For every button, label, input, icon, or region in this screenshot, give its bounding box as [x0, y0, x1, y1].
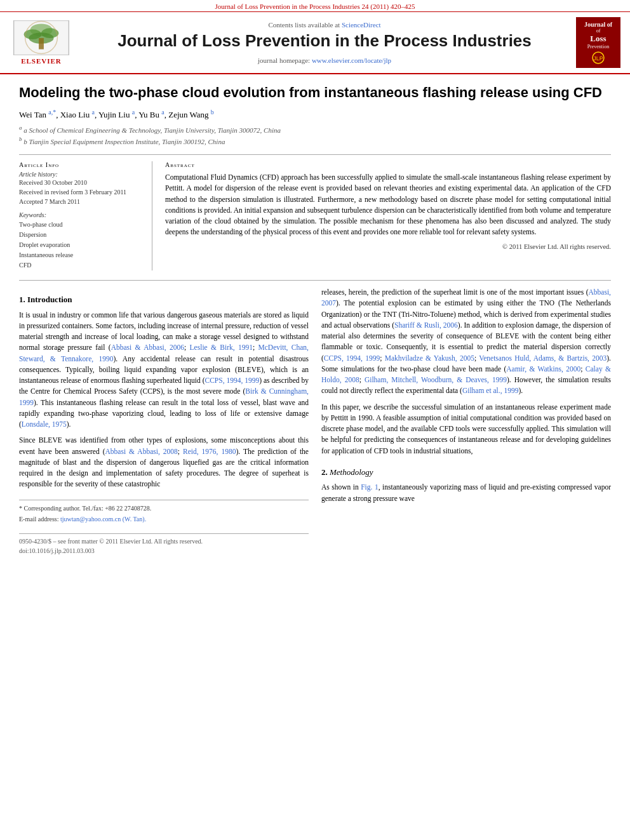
- footnote-email-line: E-mail address: tjuwtan@yahoo.com.cn (W.…: [19, 514, 309, 524]
- bottom-issn-area: 0950-4230/$ – see front matter © 2011 El…: [19, 533, 309, 556]
- ref-ccps-1994[interactable]: CCPS, 1994, 1999: [205, 377, 260, 384]
- affiliation-a: a a School of Chemical Engineering & Tec…: [19, 124, 611, 135]
- ref-leslie-1991[interactable]: Leslie & Birk, 1991: [190, 343, 253, 351]
- divider-1: [19, 154, 611, 155]
- feasible-word: feasible: [383, 414, 406, 422]
- journal-top-bar: Journal of Loss Prevention in the Proces…: [0, 0, 630, 12]
- info-abstract-layout: Article Info Article history: Received 3…: [19, 161, 611, 270]
- body-right-column: releases, herein, the prediction of the …: [321, 287, 611, 556]
- keyword-2: Dispersion: [19, 230, 142, 240]
- elsevier-art-logo: [13, 20, 69, 55]
- logo-line1: Journal of: [584, 21, 612, 28]
- footnote-area: * Corresponding author. Tel./fax: +86 22…: [19, 500, 309, 524]
- logo-line2: Loss: [590, 34, 606, 44]
- section2-number: 2.: [321, 467, 328, 477]
- journal-header: ELSEVIER Contents lists available at Sci…: [0, 12, 630, 74]
- ref-gilham-1999-2[interactable]: Gilham et al., 1999: [462, 387, 518, 394]
- science-direct-line: Contents lists available at ScienceDirec…: [83, 21, 566, 29]
- elsevier-brand-text: ELSEVIER: [21, 57, 62, 65]
- abstract-title: Abstract: [165, 161, 611, 168]
- logo-line3: Prevention: [587, 44, 610, 50]
- keywords-label: Keywords:: [19, 211, 142, 218]
- affiliation-b: b b Tianjin Special Equipment Inspection…: [19, 135, 611, 147]
- divider-2: [19, 280, 611, 281]
- body-para-2: Since BLEVE was identified from other ty…: [19, 435, 309, 490]
- right-para-2: In this paper, we describe the successfu…: [321, 402, 611, 457]
- ref-makhviladze-2005[interactable]: Makhviladze & Yakush, 2005: [385, 354, 474, 362]
- ref-abbasi-2008[interactable]: Abbasi & Abbasi, 2008: [105, 448, 178, 455]
- keywords-list: Two-phase cloud Dispersion Droplet evapo…: [19, 220, 142, 270]
- section1-title: Introduction: [27, 295, 72, 304]
- keyword-4: Instantaneous release: [19, 250, 142, 260]
- body-two-col-layout: 1. Introduction It is usual in industry …: [19, 287, 611, 556]
- main-content: Modeling the two-phase cloud evolution f…: [0, 74, 630, 568]
- journal-title-area: Contents lists available at ScienceDirec…: [83, 17, 566, 68]
- contents-label: Contents lists available at: [268, 21, 340, 29]
- svg-text:JLP: JLP: [593, 55, 603, 62]
- copyright-line: © 2011 Elsevier Ltd. All rights reserved…: [165, 243, 611, 250]
- ref-aamir-2000[interactable]: Aamir, & Watkins, 2000: [506, 365, 580, 373]
- journal-homepage-line: journal homepage: www.elsevier.com/locat…: [83, 57, 566, 64]
- affiliations: a a School of Chemical Engineering & Tec…: [19, 124, 611, 147]
- doi-line: doi:10.1016/j.jlp.2011.03.003: [19, 546, 309, 556]
- homepage-url[interactable]: www.elsevier.com/locate/jlp: [312, 57, 391, 64]
- ref-birk-1999[interactable]: Birk & Cunningham, 1999: [19, 387, 309, 406]
- keyword-1: Two-phase cloud: [19, 220, 142, 230]
- section1-number: 1.: [19, 295, 25, 304]
- issn-line: 0950-4230/$ – see front matter © 2011 El…: [19, 537, 309, 546]
- footnote-corresponding: * Corresponding author. Tel./fax: +86 22…: [19, 503, 309, 513]
- loss-prevention-logo: Journal of of Loss Prevention JLP: [576, 17, 620, 68]
- section1-heading: 1. Introduction: [19, 293, 309, 306]
- ref-venetsanos-2003[interactable]: Venetsanos Huld, Adams, & Bartzis, 2003: [479, 354, 607, 362]
- article-info-title: Article Info: [19, 161, 142, 168]
- svg-rect-5: [39, 38, 44, 50]
- science-direct-link[interactable]: ScienceDirect: [342, 21, 381, 29]
- abstract-text: Computational Fluid Dynamics (CFD) appro…: [165, 172, 611, 238]
- received-date: Received 30 October 2010: [19, 179, 142, 186]
- ref-abbasi-2006[interactable]: Abbasi & Abbasi, 2006: [111, 343, 184, 351]
- section2-heading: 2. Methodology: [321, 466, 611, 479]
- ref-abbasi-2007[interactable]: Abbasi, 2007: [321, 288, 611, 307]
- journal-title: Journal of Loss Prevention in the Proces…: [83, 31, 566, 51]
- ref-lonsdale-1975[interactable]: Lonsdale, 1975: [22, 420, 67, 428]
- email-label: E-mail address:: [19, 516, 58, 523]
- right-para-3: As shown in Fig. 1, instantaneously vapo…: [321, 482, 611, 504]
- ref-shariff-2006[interactable]: Shariff & Rusli, 2006: [394, 321, 458, 329]
- authors-text: Wei Tan a,*, Xiao Liu a, Yujin Liu a, Yu…: [19, 110, 214, 119]
- ref-gilham-1999[interactable]: Gilham, Mitchell, Woodburn, & Deaves, 19…: [365, 376, 507, 383]
- article-info-column: Article Info Article history: Received 3…: [19, 161, 152, 270]
- section2-title: Methodology: [330, 467, 373, 477]
- homepage-label: journal homepage:: [258, 57, 310, 64]
- ref-fig1[interactable]: Fig. 1: [361, 483, 378, 491]
- journal-right-logo: Journal of of Loss Prevention JLP: [573, 17, 624, 68]
- journal-volume-info: Journal of Loss Prevention in the Proces…: [215, 3, 415, 10]
- ref-reid-1976[interactable]: Reid, 1976, 1980: [183, 448, 236, 455]
- accepted-date: Accepted 7 March 2011: [19, 198, 142, 205]
- ref-ccps-1994-2[interactable]: CCPS, 1994, 1999: [324, 354, 380, 362]
- elsevier-logo-area: ELSEVIER: [6, 17, 76, 68]
- footnote-email[interactable]: tjuwtan@yahoo.com.cn (W. Tan).: [60, 516, 146, 523]
- body-left-column: 1. Introduction It is usual in industry …: [19, 287, 309, 556]
- revised-date: Received in revised form 3 February 2011: [19, 189, 142, 196]
- body-para-1: It is usual in industry or common life t…: [19, 310, 309, 430]
- abstract-column: Abstract Computational Fluid Dynamics (C…: [165, 161, 611, 270]
- keyword-5: CFD: [19, 260, 142, 270]
- authors-line: Wei Tan a,*, Xiao Liu a, Yujin Liu a, Yu…: [19, 109, 611, 120]
- keyword-3: Droplet evaporation: [19, 240, 142, 250]
- right-para-1: releases, herein, the prediction of the …: [321, 287, 611, 397]
- article-title: Modeling the two-phase cloud evolution f…: [19, 84, 611, 102]
- history-label: Article history:: [19, 171, 142, 178]
